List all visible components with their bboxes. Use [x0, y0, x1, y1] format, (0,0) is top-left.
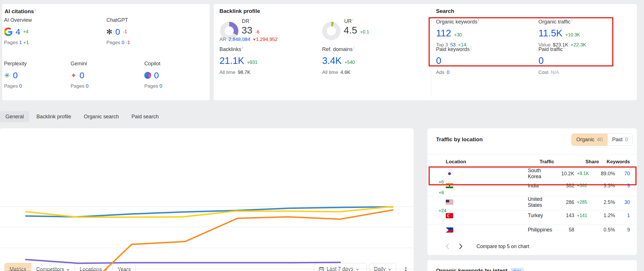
traffic-by-location-title: Traffic by location	[436, 136, 483, 143]
engine-gemini: Gemini ✦ 0 Pages 0	[71, 61, 139, 89]
ahrefs-rank-drop: ▼1,294,952	[252, 37, 278, 42]
ai-overview-count[interactable]: 4	[15, 27, 20, 37]
table-row-india[interactable]: India 382 +382 3.3% 9 +8	[427, 182, 637, 196]
section-tabs: General Backlink profile Organic search …	[0, 111, 164, 122]
paid-toggle[interactable]: Paid0	[607, 134, 633, 146]
column-location[interactable]: Location	[446, 159, 528, 165]
copilot-count[interactable]: 0	[154, 70, 159, 80]
paid-keywords-value[interactable]: 0	[436, 55, 441, 66]
engine-copilot: Copilot 0 Pages 0	[144, 61, 213, 89]
pages-count[interactable]: 0	[19, 83, 22, 89]
organic-keywords-metric: Organic keywordsi 112+30 Top 353+14	[436, 18, 531, 48]
pages-count[interactable]: 1	[19, 40, 22, 45]
beta-badge: Beta	[511, 268, 524, 271]
dr-value: 33	[242, 25, 252, 36]
info-icon[interactable]: i	[571, 18, 572, 22]
ai-citations-card: AI citationsi AI Overview 4 +4 Pages 1 +…	[2, 4, 210, 100]
location-table-header: Location Traffic Share Keywords	[427, 156, 637, 168]
backlinks-metric: Backlinksi 21.1K+931 All time98.7K	[219, 46, 314, 75]
location-name[interactable]: India	[528, 183, 554, 189]
organic-keywords-value[interactable]: 112	[436, 28, 451, 39]
ur-label: URi	[344, 18, 353, 24]
location-name[interactable]: Philippines	[528, 227, 554, 233]
copilot-icon	[144, 72, 151, 79]
ref-domains-metric: Ref. domainsi 3.4K+540 All time4.6K	[322, 46, 417, 75]
tab-organic-search[interactable]: Organic search	[78, 111, 124, 122]
ahrefs-rank-value[interactable]: 2,848,084	[229, 37, 250, 42]
location-name[interactable]: United States	[528, 196, 554, 208]
paid-traffic-value[interactable]: 0	[538, 55, 544, 66]
card-divider	[431, 7, 431, 97]
organic-paid-toggle: Organic40 Paid0	[571, 133, 633, 146]
keywords-link[interactable]: 70	[615, 171, 630, 177]
info-icon[interactable]: i	[478, 18, 479, 22]
location-name[interactable]: Turkey	[528, 213, 554, 219]
triangle-down-icon: ▼	[252, 38, 256, 42]
keywords-link[interactable]: 9	[615, 227, 630, 233]
traffic-by-location-card: Traffic by location Organic40 Paid0 Loca…	[427, 128, 637, 255]
openai-icon: ✻	[106, 28, 112, 36]
info-icon[interactable]: i	[35, 8, 36, 12]
flag-philippines-icon	[446, 227, 453, 233]
column-keywords[interactable]: Keywords	[599, 159, 630, 165]
info-icon[interactable]: i	[250, 18, 251, 22]
ai-citations-title: AI citationsi	[5, 8, 36, 15]
organic-toggle[interactable]: Organic40	[572, 134, 607, 146]
keywords-link[interactable]: 30	[615, 199, 630, 205]
table-row-united-states[interactable]: United States 286 +285 2.5% 30 +24	[427, 196, 637, 211]
compare-top5-link[interactable]: Compare top 5 on chart	[476, 243, 529, 250]
pages-count[interactable]: 0	[159, 83, 162, 89]
ur-value: 4.5	[344, 25, 357, 36]
location-pagination: Compare top 5 on chart	[427, 238, 637, 255]
keywords-by-intent-card: Organic keywords by intent Beta	[427, 260, 637, 271]
info-icon[interactable]: i	[353, 46, 354, 50]
paid-keywords-metric: Paid keywordsi 0 Ads0	[436, 46, 531, 75]
info-icon[interactable]: i	[353, 18, 353, 22]
flag-south-korea-icon	[446, 171, 453, 176]
url-rating-gauge	[322, 22, 341, 40]
gemini-icon: ✦	[71, 72, 77, 79]
flag-united-states-icon	[446, 200, 453, 205]
engine-chatgpt: ChatGPT ✻ 0 -1 Pages 0 -1	[106, 17, 175, 46]
performance-card: Metrics Competitors Locations Years Last…	[0, 128, 414, 271]
engine-perplexity: Perplexity ✳ 0 Pages 0	[4, 61, 73, 89]
keywords-link[interactable]: 1	[615, 213, 630, 219]
dr-label: DRi	[242, 18, 251, 24]
keywords-link[interactable]: 9	[615, 183, 630, 189]
tab-paid-search[interactable]: Paid search	[126, 111, 164, 122]
table-row-philippines[interactable]: Philippines 58 0.5% 9	[427, 225, 637, 239]
search-title: Search	[436, 8, 454, 14]
ur-delta: +0.1	[360, 30, 369, 35]
gemini-count[interactable]: 0	[79, 70, 84, 80]
ref-domains-value[interactable]: 3.4K	[322, 55, 342, 66]
chevron-left-icon[interactable]	[443, 241, 452, 252]
organic-traffic-value[interactable]: 11.5K	[538, 28, 563, 39]
flag-turkey-icon	[446, 213, 453, 218]
perplexity-icon: ✳	[4, 72, 10, 79]
paid-traffic-metric: Paid traffici 0 CostN/A	[538, 46, 633, 75]
pages-count[interactable]: 0	[86, 83, 88, 89]
location-name[interactable]: South Korea	[528, 168, 554, 180]
performance-chart[interactable]	[0, 189, 414, 271]
ai-overview-delta: +4	[23, 29, 28, 34]
table-row-turkey[interactable]: Turkey 143 +141 1.2% 1	[427, 211, 637, 225]
chatgpt-count[interactable]: 0	[115, 27, 120, 37]
dr-delta: -6	[255, 30, 259, 35]
ads-count[interactable]: 0	[447, 70, 449, 75]
tab-backlink-profile[interactable]: Backlink profile	[31, 111, 77, 122]
info-icon[interactable]: i	[470, 46, 471, 50]
perplexity-count[interactable]: 0	[13, 70, 18, 80]
column-traffic[interactable]: Traffic	[528, 159, 554, 165]
backlinks-value[interactable]: 21.1K	[219, 55, 244, 66]
keywords-by-intent-title: Organic keywords by intent Beta	[436, 268, 524, 271]
google-icon	[4, 28, 13, 36]
info-icon[interactable]: i	[564, 46, 565, 50]
chevron-right-icon[interactable]	[457, 241, 465, 252]
location-table: South Korea 10.2K +9.1K 89.0% 70 +6 Indi…	[427, 168, 637, 239]
info-icon[interactable]: i	[242, 46, 243, 50]
backlink-search-card: Backlink profile DRi 33 -6 AR 2,848,084 …	[214, 4, 637, 100]
table-row-south-korea[interactable]: South Korea 10.2K +9.1K 89.0% 70 +6	[427, 168, 637, 182]
pages-count[interactable]: 0	[122, 40, 124, 45]
tab-general[interactable]: General	[0, 111, 29, 122]
column-share[interactable]: Share	[574, 159, 599, 165]
